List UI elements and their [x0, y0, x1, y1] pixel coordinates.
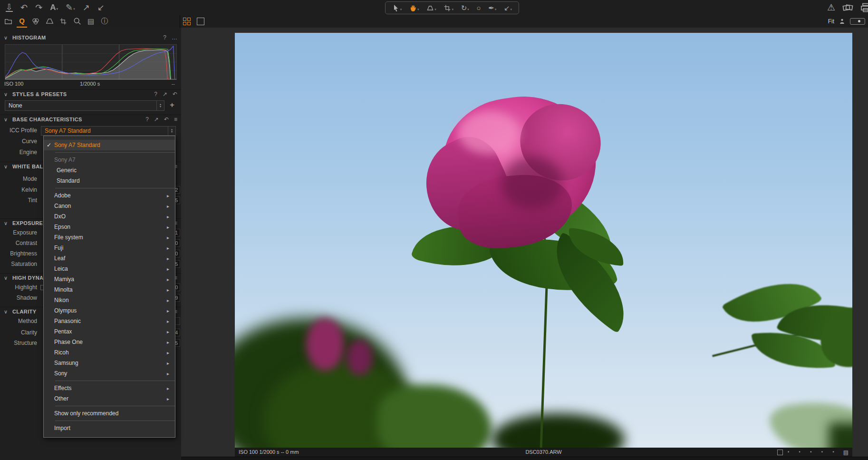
expand-panel-icon[interactable]: ↗ [163, 90, 167, 98]
printer-icon [860, 3, 868, 12]
menu-item-label: Phase One [54, 339, 167, 345]
menu-item-adobe[interactable]: Adobe▸ [44, 190, 175, 201]
zoom-fit-dropdown[interactable]: Fit [828, 18, 834, 25]
submenu-arrow-icon: ▸ [167, 386, 169, 391]
menu-item-panasonic[interactable]: Panasonic▸ [44, 316, 175, 326]
menu-item-olympus[interactable]: Olympus▸ [44, 305, 175, 316]
thumbnail-toggle-icon[interactable] [777, 450, 783, 455]
menu-item-sony[interactable]: Sony▸ [44, 368, 175, 379]
chevron-down-icon: ∨ [4, 115, 8, 124]
menu-item-dxo[interactable]: DxO▸ [44, 211, 175, 222]
menu-item-other[interactable]: Other▸ [44, 393, 175, 404]
menu-item-file-system[interactable]: File system▸ [44, 232, 175, 243]
tab-exposure[interactable] [44, 16, 55, 27]
menu-item-label: Epson [54, 224, 167, 230]
menu-item-nikon[interactable]: Nikon▸ [44, 295, 175, 305]
help-icon[interactable]: ? [154, 90, 157, 98]
photo-canvas[interactable] [235, 33, 852, 448]
hamburger-icon[interactable]: ≡ [174, 115, 177, 124]
tab-composition[interactable] [58, 16, 68, 27]
menu-separator [55, 406, 175, 406]
menu-item-canon[interactable]: Canon▸ [44, 201, 175, 211]
apply-adjustments-icon[interactable]: ↙ [97, 3, 105, 12]
rotate-left-icon[interactable]: ↶ [20, 3, 28, 12]
menu-item-phase-one[interactable]: Phase One▸ [44, 337, 175, 347]
folder-icon [4, 18, 12, 25]
blurred-bud [306, 318, 344, 371]
menu-item-epson[interactable]: Epson▸ [44, 222, 175, 232]
stepper-icon[interactable]: ▴▾ [168, 127, 175, 135]
menu-item-effects[interactable]: Effects▸ [44, 383, 175, 393]
menu-item-sony-a7-standard[interactable]: ✓Sony A7 Standard [44, 140, 175, 150]
menu-item-ricoh[interactable]: Ricoh▸ [44, 347, 175, 358]
base-characteristics-header[interactable]: ∨ BASE CHARACTERISTICS ? ↗ ↶ ≡ [0, 115, 181, 124]
tab-info[interactable]: ⓘ [99, 16, 110, 27]
multi-view-icon[interactable] [183, 18, 191, 26]
expand-panel-icon[interactable]: ↗ [154, 115, 159, 124]
reset-icon[interactable]: ↶ [164, 115, 169, 124]
crop-tool[interactable]: ▾ [444, 4, 453, 12]
tab-color[interactable] [30, 16, 41, 27]
reset-icon[interactable]: ↶ [173, 90, 177, 98]
submenu-arrow-icon: ▸ [167, 256, 169, 261]
single-view-icon[interactable] [197, 18, 204, 25]
color-circles-icon [31, 18, 40, 25]
menu-item-mamiya[interactable]: Mamiya▸ [44, 274, 175, 284]
keystone-tool[interactable]: ▾ [426, 4, 436, 12]
menu-item-standard[interactable]: Standard [44, 176, 175, 186]
spot-removal-tool[interactable]: ○ [476, 4, 481, 12]
menu-item-leica[interactable]: Leica▸ [44, 264, 175, 274]
submenu-arrow-icon: ▸ [167, 193, 169, 198]
menu-item-label: Generic [57, 167, 175, 174]
menu-item-show-only-recommended[interactable]: Show only recommended [44, 408, 175, 419]
list-view-icon[interactable]: ▤ [843, 449, 849, 456]
help-icon[interactable]: ? [163, 33, 166, 42]
apply-tool[interactable]: ↙▾ [504, 4, 512, 12]
menu-item-import[interactable]: Import [44, 423, 175, 433]
tab-details[interactable] [72, 16, 82, 27]
annotation-tool-icon[interactable]: A▾ [50, 3, 58, 12]
viewer-zoom-controls: Fit [828, 15, 865, 27]
styles-presets-header[interactable]: ∨ STYLES & PRESETS ? ↗ ↶ [0, 89, 181, 98]
print-icon[interactable] [860, 3, 868, 12]
menu-item-generic[interactable]: Generic [44, 165, 175, 176]
histogram-graph [5, 44, 177, 80]
tab-library[interactable] [3, 16, 13, 27]
browser-thumbnails-icon[interactable] [842, 3, 853, 12]
submenu-arrow-icon: ▸ [167, 340, 169, 345]
warning-icon[interactable]: ⚠ [827, 3, 835, 12]
zoom-slider[interactable] [850, 18, 865, 25]
import-images-icon[interactable]: ⇩ [6, 3, 13, 12]
menu-item-label: Import [54, 425, 175, 431]
styles-select[interactable]: None ▴▾ [5, 100, 164, 111]
rotate-right-icon[interactable]: ↷ [35, 3, 42, 12]
tab-quick[interactable]: Q [17, 15, 27, 28]
menu-item-fuji[interactable]: Fuji▸ [44, 243, 175, 253]
menu-separator [55, 188, 175, 188]
chevron-down-icon: ▾ [511, 5, 512, 13]
menu-item-leaf[interactable]: Leaf▸ [44, 253, 175, 264]
shadow-label: Shadow [0, 294, 37, 302]
exposure-label: Exposure [0, 229, 37, 236]
main-toolbar: ⇩ ↶ ↷ A▾ ✎▾ ↗ ↙ ▾ ▾ ▾ ▾ ↻▾ ○ ✒▾ ↙ [0, 0, 868, 16]
menu-item-samsung[interactable]: Samsung▸ [44, 358, 175, 368]
histogram-header[interactable]: ∨ HISTOGRAM ? … [0, 33, 181, 42]
help-icon[interactable]: ? [145, 115, 149, 124]
proof-person-icon[interactable] [839, 18, 845, 25]
rotate-straighten-tool[interactable]: ↻▾ [461, 4, 469, 12]
more-options-icon[interactable]: … [172, 33, 177, 42]
rotate-dial-icon: ↻ [461, 4, 467, 12]
tint-label: Tint [0, 196, 37, 204]
menu-item-minolta[interactable]: Minolta▸ [44, 284, 175, 295]
icc-profile-select[interactable]: Sony A7 Standard ▴▾ [41, 126, 176, 136]
copy-adjustments-icon[interactable]: ↗ [83, 3, 90, 12]
pan-tool[interactable]: ▾ [409, 4, 419, 12]
stepper-icon[interactable]: ▴▾ [156, 101, 164, 110]
pager-dots[interactable]: • • • • • [788, 448, 839, 457]
add-style-button[interactable]: + [167, 100, 177, 110]
select-tool[interactable]: ▾ [392, 4, 402, 12]
pick-color-tool[interactable]: ✒▾ [488, 4, 496, 12]
brush-tool-icon[interactable]: ✎▾ [66, 3, 75, 12]
tab-metadata[interactable]: ▤ [86, 16, 96, 27]
menu-item-pentax[interactable]: Pentax▸ [44, 326, 175, 337]
